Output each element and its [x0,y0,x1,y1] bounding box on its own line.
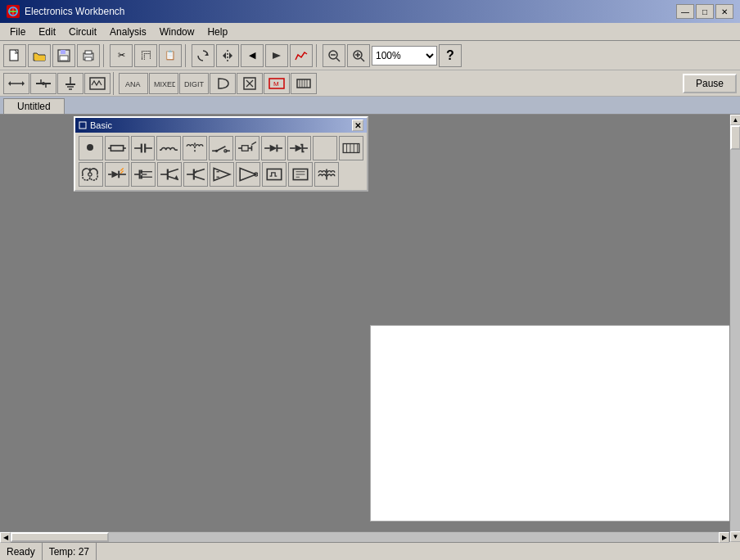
print-button[interactable] [77,44,100,67]
basic-panel-close[interactable]: ✕ [352,120,363,131]
svg-marker-24 [8,81,11,86]
schmitt-component[interactable] [262,162,287,187]
svg-rect-6 [61,50,65,54]
zener-component[interactable] [287,136,312,160]
svg-rect-4 [35,56,45,61]
cut-button[interactable]: ✂ [110,44,133,67]
close-button[interactable]: ✕ [715,4,733,19]
menu-file[interactable]: File [3,25,32,39]
graph-button[interactable] [290,44,313,67]
resistor-component[interactable] [105,136,129,160]
v-scroll-up[interactable]: ▲ [730,115,740,125]
svg-line-22 [361,58,364,61]
status-temp: Temp: 27 [43,543,97,560]
tab-bar: Untitled [0,97,740,115]
help-button[interactable]: ? [439,44,462,67]
flip-button[interactable] [216,44,239,67]
v-scroll-thumb[interactable] [730,125,740,150]
svg-text:ANA: ANA [125,80,141,88]
capacitor-component[interactable] [131,136,156,160]
h-scroll-right[interactable]: ▶ [719,532,729,543]
prev-button[interactable]: ◀ [241,44,264,67]
h-scroll-track[interactable] [11,532,719,542]
pause-button[interactable]: Pause [683,74,737,93]
coil-component[interactable] [339,136,363,160]
h-scroll-left[interactable]: ◀ [0,532,11,543]
inductor-component[interactable] [156,136,181,160]
menubar: File Edit Circuit Analysis Window Help [0,23,740,41]
rotate-cw-button[interactable] [192,44,214,67]
svg-point-47 [87,144,93,151]
menu-circuit[interactable]: Circuit [62,25,103,39]
transformer2-component[interactable] [314,162,339,187]
node-component[interactable] [79,136,103,160]
toolbar-separator-3 [316,44,319,67]
diode-component[interactable] [261,136,286,160]
basic-panel-titlebar[interactable]: Basic ✕ [75,118,367,133]
gate-btn[interactable] [210,73,236,94]
svg-text:DIGIT: DIGIT [184,80,205,88]
transformer-component[interactable] [183,136,207,160]
timer-component[interactable] [288,162,313,187]
indicator-btn[interactable] [237,73,263,94]
window-controls: — □ ✕ [676,4,733,19]
comp-separator-1 [113,72,116,95]
zoom-in-button[interactable] [347,44,370,67]
bjt-npn-component[interactable] [157,162,182,187]
toolbar-separator-1 [103,44,106,67]
save-button[interactable] [52,44,75,67]
svg-rect-111 [267,169,281,179]
wire-tool[interactable] [30,73,56,94]
menu-edit[interactable]: Edit [32,25,62,39]
oscilloscope-tool[interactable] [84,73,111,94]
opamp-component[interactable] [210,162,234,187]
zoom-out-button[interactable] [323,44,345,67]
svg-point-80 [88,173,92,176]
zoom-selector[interactable]: 100% 50% 75% 150% 200% [372,46,437,65]
sub-canvas[interactable] [370,325,730,522]
svg-text:MIXED: MIXED [154,80,175,88]
menu-analysis[interactable]: Analysis [103,25,153,39]
component-toolbar: ANA MIXED DIGIT M Pause [0,70,740,97]
mixed-btn[interactable]: MIXED [149,73,178,94]
ground-tool[interactable] [57,73,83,94]
status-temp-label: Temp: 27 [49,546,89,558]
led-component[interactable] [105,162,129,187]
potentiometer-component[interactable] [79,162,103,187]
svg-marker-15 [273,52,281,59]
digital-btn[interactable]: DIGIT [179,73,209,94]
maximize-button[interactable]: □ [696,4,714,19]
next-button[interactable] [265,44,288,67]
tab-untitled[interactable]: Untitled [3,98,65,114]
display-btn[interactable]: M [264,73,290,94]
canvas-scroll-area: Basic ✕ [0,115,740,542]
switch-component[interactable] [209,136,233,160]
bjt-pnp-component[interactable] [183,162,208,187]
minimize-button[interactable]: — [676,4,694,19]
v-scroll-down[interactable]: ▼ [730,531,740,542]
menu-help[interactable]: Help [201,25,234,39]
open-button[interactable] [28,44,51,67]
blank-component[interactable] [313,136,337,160]
svg-text:M: M [273,80,279,88]
comparator-component[interactable] [236,162,260,187]
paste-button[interactable]: 📋 [159,44,182,67]
svg-line-18 [336,58,340,61]
menu-window[interactable]: Window [153,25,201,39]
h-scroll-thumb[interactable] [11,532,109,542]
misc-btn[interactable] [291,73,317,94]
fet-component[interactable] [131,162,156,187]
status-ready: Ready [0,543,43,560]
v-scroll-track[interactable] [730,125,740,531]
copy-button[interactable]: ⿸ [134,44,157,67]
svg-marker-14 [229,52,232,59]
svg-line-67 [251,142,255,144]
svg-rect-10 [85,57,92,61]
sources-btn[interactable]: ANA [119,73,148,94]
statusbar: Ready Temp: 27 [0,542,740,560]
new-button[interactable] [3,44,26,67]
pointer-tool[interactable] [3,73,29,94]
circuit-canvas[interactable]: Basic ✕ [0,115,740,531]
relay-coil-component[interactable] [235,136,259,160]
titlebar: Electronics Workbench — □ ✕ [0,0,740,23]
